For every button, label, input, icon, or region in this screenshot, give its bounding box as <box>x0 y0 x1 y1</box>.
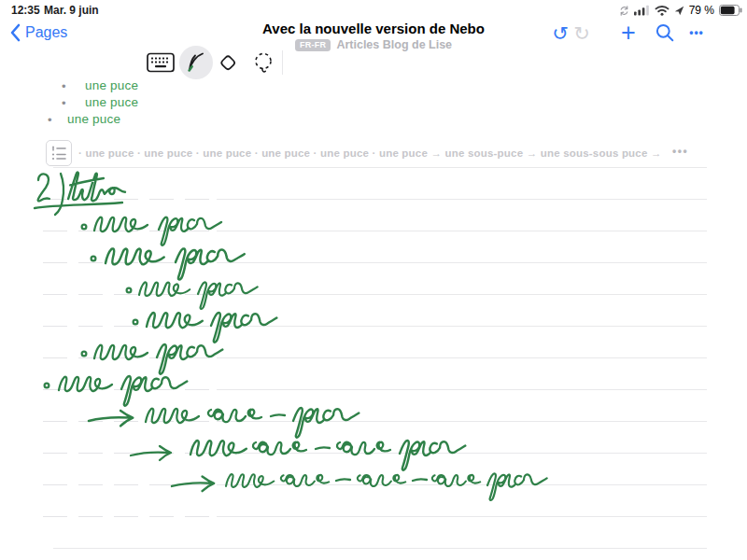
ruled-line <box>53 167 707 168</box>
wifi-icon <box>655 5 669 16</box>
redo-button[interactable]: ↻ <box>570 21 594 45</box>
search-icon <box>655 22 675 43</box>
more-options-button[interactable]: ••• <box>684 21 709 45</box>
typed-list-item[interactable]: une puce <box>85 95 138 109</box>
status-time: 12:35 <box>11 4 40 17</box>
pen-icon <box>184 50 208 75</box>
handwritten-bullet-line <box>45 376 188 406</box>
cellular-icon <box>634 5 650 16</box>
chevron-left-icon <box>9 23 21 42</box>
block-summary-text: · une puce · une puce · une puce · une p… <box>78 147 665 159</box>
ruled-line <box>43 453 707 454</box>
handwritten-bullet-line <box>92 248 245 279</box>
handwritten-arrow-line <box>89 408 359 438</box>
handwritten-bullet-line <box>134 313 277 343</box>
page-title: Avec la nouvelle version de Nebo <box>187 21 560 36</box>
plus-icon: + <box>621 21 636 46</box>
ruled-line <box>53 548 707 549</box>
typed-bullet-marker: • <box>62 96 66 110</box>
add-page-button[interactable]: + <box>616 21 641 45</box>
ruled-line <box>43 389 707 390</box>
eraser-tool-button[interactable] <box>211 46 245 79</box>
block-more-button[interactable]: ••• <box>672 145 688 158</box>
search-button[interactable] <box>653 21 677 45</box>
ruled-line <box>43 199 707 200</box>
handwritten-bullet-line <box>82 344 223 374</box>
ruled-line <box>43 484 707 485</box>
document-canvas[interactable]: • une puce • une puce • une puce · une p… <box>0 79 747 560</box>
redo-icon: ↻ <box>573 23 590 43</box>
typed-list-item[interactable]: une puce <box>67 112 120 126</box>
location-icon <box>674 6 684 16</box>
status-bar: 12:35 Mar. 9 juin 79 % <box>0 0 747 21</box>
lasso-icon <box>251 50 275 75</box>
ruled-line <box>43 262 707 263</box>
status-date: Mar. 9 juin <box>44 4 99 17</box>
eraser-icon <box>216 50 240 75</box>
handwritten-bullet-line <box>127 282 258 309</box>
battery-percent: 79 % <box>689 4 714 17</box>
list-block-handle[interactable] <box>46 140 72 166</box>
typed-bullet-marker: • <box>62 79 66 93</box>
ruled-line <box>43 516 707 517</box>
typed-bullet-marker: • <box>48 113 52 127</box>
handwritten-arrow-line <box>172 473 547 500</box>
ruled-line <box>43 294 707 295</box>
ruled-line <box>43 357 707 358</box>
typed-list-item[interactable]: une puce <box>85 78 138 92</box>
handwritten-arrow-line <box>131 441 465 470</box>
back-label: Pages <box>25 24 67 41</box>
ruled-line <box>43 231 707 231</box>
handwritten-title <box>35 173 125 215</box>
ellipsis-icon: ••• <box>689 26 704 39</box>
keyboard-icon <box>147 52 175 73</box>
ruled-line <box>43 326 707 327</box>
sync-icon <box>619 6 629 16</box>
lasso-tool-button[interactable] <box>247 46 280 79</box>
toolbar-divider <box>282 50 283 75</box>
status-indicators: 79 % <box>619 3 742 18</box>
list-block-icon <box>49 145 68 161</box>
keyboard-tool-button[interactable] <box>144 46 177 79</box>
nebo-app-window: 12:35 Mar. 9 juin 79 % <box>0 0 747 560</box>
ruled-line <box>43 421 707 422</box>
undo-icon: ↺ <box>552 23 569 43</box>
battery-icon <box>719 5 742 16</box>
pen-toolbar: + <box>0 45 747 80</box>
pen-tool-button[interactable] <box>179 46 213 79</box>
back-button[interactable]: Pages <box>9 23 67 42</box>
